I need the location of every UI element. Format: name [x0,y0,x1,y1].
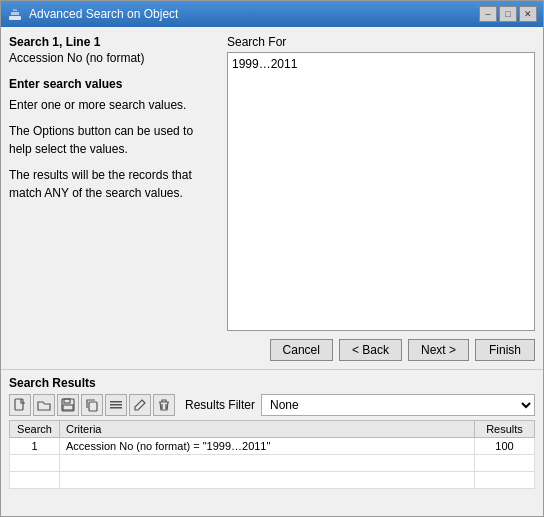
results-title: Search Results [9,376,535,390]
right-panel: Search For 1999…2011 Cancel < Back Next … [227,35,535,361]
cancel-button[interactable]: Cancel [270,339,333,361]
advanced-search-window: Advanced Search on Object – □ ✕ Search 1… [0,0,544,517]
window-title: Advanced Search on Object [29,7,178,21]
copy-button[interactable] [81,394,103,416]
instruction2: The Options button can be used to help s… [9,122,219,158]
instructions: Enter search values Enter one or more se… [9,75,219,202]
search-for-label: Search For [227,35,535,49]
results-table-wrapper: Search Criteria Results 1 Accession No (… [9,420,535,510]
instruction3: The results will be the records that mat… [9,166,219,202]
new-button[interactable] [9,394,31,416]
col-header-criteria: Criteria [60,421,475,438]
enter-title: Enter search values [9,75,219,93]
svg-rect-0 [9,16,21,20]
results-scroll-area[interactable]: Search Criteria Results 1 Accession No (… [9,420,535,510]
svg-rect-5 [64,399,70,403]
svg-rect-1 [11,12,19,15]
open-button[interactable] [33,394,55,416]
bottom-section: Search Results [1,369,543,516]
col-header-search: Search [10,421,60,438]
row-search: 1 [10,438,60,455]
svg-rect-9 [110,404,122,406]
back-button[interactable]: < Back [339,339,402,361]
minimize-button[interactable]: – [479,6,497,22]
svg-rect-8 [110,401,122,403]
svg-rect-7 [89,402,97,411]
finish-button[interactable]: Finish [475,339,535,361]
table-row-empty2 [10,472,535,489]
close-button[interactable]: ✕ [519,6,537,22]
filter-select[interactable]: None Current Selection All Records [261,394,535,416]
search-textarea[interactable]: 1999…2011 [227,52,535,331]
title-bar: Advanced Search on Object – □ ✕ [1,1,543,27]
table-row-empty1 [10,455,535,472]
svg-rect-2 [13,9,17,11]
svg-rect-10 [110,407,122,409]
col-header-results: Results [475,421,535,438]
field-name: Accession No (no format) [9,51,219,65]
button-row: Cancel < Back Next > Finish [227,339,535,361]
table-row: 1 Accession No (no format) = "1999…2011"… [10,438,535,455]
maximize-button[interactable]: □ [499,6,517,22]
delete-button[interactable] [153,394,175,416]
svg-rect-3 [15,399,23,410]
save-button[interactable] [57,394,79,416]
search-line: Search 1, Line 1 [9,35,219,49]
next-button[interactable]: Next > [408,339,469,361]
filter-section: Results Filter None Current Selection Al… [185,394,535,416]
main-content: Search 1, Line 1 Accession No (no format… [1,27,543,369]
instruction1: Enter one or more search values. [9,96,219,114]
window-icon [7,6,23,22]
row-results: 100 [475,438,535,455]
svg-rect-6 [63,405,73,410]
row-criteria: Accession No (no format) = "1999…2011" [60,438,475,455]
filter-label: Results Filter [185,398,255,412]
left-panel: Search 1, Line 1 Accession No (no format… [9,35,219,361]
table-header-row: Search Criteria Results [10,421,535,438]
edit-button[interactable] [129,394,151,416]
list-button[interactable] [105,394,127,416]
results-table: Search Criteria Results 1 Accession No (… [9,420,535,489]
toolbar: Results Filter None Current Selection Al… [9,394,535,416]
